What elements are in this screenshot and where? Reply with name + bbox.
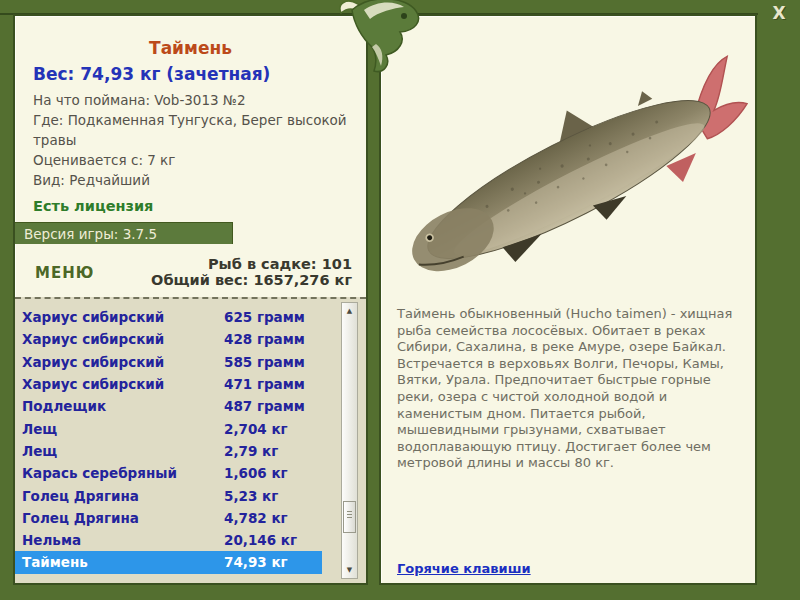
- fish-name: Хариус сибирский: [22, 331, 224, 347]
- place-line: Где: Подкаменная Тунгуска, Берег высокой…: [33, 110, 348, 150]
- table-row[interactable]: Хариус сибирский585 грамм: [15, 351, 322, 373]
- fish-weight: 20,146 кг: [224, 532, 297, 548]
- table-row[interactable]: Хариус сибирский625 грамм: [15, 306, 322, 328]
- bait-line: На что поймана: Vob-3013 №2: [33, 90, 348, 110]
- fish-weight-total: Общий вес: 1657,276 кг: [151, 272, 352, 288]
- fish-weight: 5,23 кг: [224, 488, 278, 504]
- table-row[interactable]: Хариус сибирский428 грамм: [15, 328, 322, 350]
- fish-list-scrollbar[interactable]: ▲ ▼: [341, 302, 358, 579]
- fish-table-rows: Хариус сибирский625 граммХариус сибирски…: [15, 306, 366, 574]
- table-row[interactable]: Лещ2,79 кг: [15, 440, 322, 462]
- scroll-up-icon[interactable]: ▲: [342, 304, 357, 318]
- fish-weight: 428 грамм: [224, 331, 305, 347]
- fish-weight: 74,93 кг: [224, 554, 288, 570]
- fish-weight: 487 грамм: [224, 398, 305, 414]
- fish-name: Нельма: [22, 532, 224, 548]
- taimen-photo: [389, 42, 749, 298]
- fish-details-panel: Таймень обыкновенный (Hucho taimen) - хи…: [379, 14, 757, 585]
- fish-weight: 585 грамм: [224, 354, 305, 370]
- fish-name: Хариус сибирский: [22, 376, 224, 392]
- catch-info-panel: Таймень Вес: 74,93 кг (зачетная) На что …: [13, 14, 368, 585]
- table-row[interactable]: Таймень74,93 кг: [15, 551, 322, 573]
- fish-name: Голец Дрягина: [22, 488, 224, 504]
- fish-name: Лещ: [22, 443, 224, 459]
- scroll-down-icon[interactable]: ▼: [342, 563, 357, 577]
- fish-name: Хариус сибирский: [22, 309, 224, 325]
- hotkeys-link[interactable]: Горячие клавиши: [397, 561, 531, 576]
- table-row[interactable]: Лещ2,704 кг: [15, 417, 322, 439]
- fish-weight: 625 грамм: [224, 309, 305, 325]
- keepnet-fish-table: Хариус сибирский625 граммХариус сибирски…: [15, 297, 366, 583]
- close-button[interactable]: X: [768, 3, 790, 25]
- scrollbar-thumb[interactable]: [343, 501, 356, 533]
- fish-weight: 1,606 кг: [224, 465, 288, 481]
- fish-weight: 2,79 кг: [224, 443, 278, 459]
- scrollbar-grip-icon: [347, 511, 352, 518]
- fish-weight-line: Вес: 74,93 кг (зачетная): [33, 64, 366, 84]
- table-row[interactable]: Голец Дрягина4,782 кг: [15, 507, 322, 529]
- menu-and-totals-row: МЕНЮ Рыб в садке: 101 Общий вес: 1657,27…: [35, 256, 352, 288]
- fish-name: Голец Дрягина: [22, 510, 224, 526]
- game-catch-dialog: X Таймень Вес: 74,93 кг (зачетная) На чт…: [0, 0, 800, 600]
- fish-name: Карась серебряный: [22, 465, 224, 481]
- game-version-bar: Версия игры: 3.7.5: [15, 222, 233, 244]
- license-link[interactable]: Есть лицензия: [33, 198, 366, 214]
- fish-name: Подлещик: [22, 398, 224, 414]
- fish-weight: 2,704 кг: [224, 421, 288, 437]
- keepnet-totals: Рыб в садке: 101 Общий вес: 1657,276 кг: [151, 256, 352, 288]
- fish-name: Лещ: [22, 421, 224, 437]
- rated-from-line: Оценивается с: 7 кг: [33, 150, 348, 170]
- fish-logo-icon: [336, 0, 438, 76]
- fish-title: Таймень: [15, 38, 366, 58]
- table-row[interactable]: Нельма20,146 кг: [15, 529, 322, 551]
- fish-description: Таймень обыкновенный (Hucho taimen) - хи…: [387, 306, 749, 472]
- fish-weight: 4,782 кг: [224, 510, 288, 526]
- table-row[interactable]: Карась серебряный1,606 кг: [15, 462, 322, 484]
- table-row[interactable]: Хариус сибирский471 грамм: [15, 373, 322, 395]
- menu-button[interactable]: МЕНЮ: [35, 264, 94, 282]
- fish-weight: 471 грамм: [224, 376, 305, 392]
- fish-name: Таймень: [22, 554, 224, 570]
- table-row[interactable]: Подлещик487 грамм: [15, 395, 322, 417]
- fish-info-block: На что поймана: Vob-3013 №2 Где: Подкаме…: [33, 90, 348, 190]
- kind-line: Вид: Редчайший: [33, 170, 348, 190]
- fish-count-total: Рыб в садке: 101: [151, 256, 352, 272]
- fish-name: Хариус сибирский: [22, 354, 224, 370]
- table-row[interactable]: Голец Дрягина5,23 кг: [15, 484, 322, 506]
